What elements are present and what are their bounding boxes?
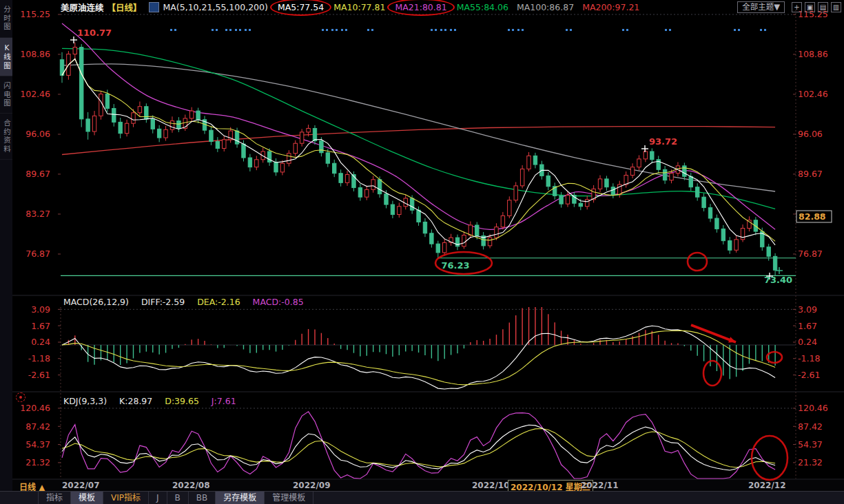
chart-header: 美原油连续 【日线】 MA(5,10,21,55,100,200) MA5:77…	[12, 0, 844, 14]
date-axis-row: 日线 ▲ 2022/072022/082022/092022/102022/10…	[0, 480, 844, 491]
ma21-value: MA21:80.81	[393, 2, 448, 12]
toolbar-vip-indicator-button[interactable]: VIP指标	[103, 492, 149, 504]
trading-app-window: 115.25115.25108.86108.86102.46102.4696.0…	[0, 0, 844, 504]
toolbar-template-button[interactable]: 模板	[71, 492, 103, 504]
toolbar-manage-template-button[interactable]: 管理模板	[265, 492, 313, 504]
instrument-title: 美原油连续	[61, 1, 104, 14]
svg-text:89.67: 89.67	[25, 169, 50, 179]
chart-svg[interactable]: 115.25115.25108.86108.86102.46102.4696.0…	[12, 0, 844, 480]
macd-header: MACD(26,12,9) DIFF:-2.59 DEA:-2.16 MACD:…	[63, 297, 313, 307]
svg-text:54.37: 54.37	[798, 439, 823, 450]
kdj-header: KDJ(9,3,3) K:28.97 D:39.65 J:7.61	[63, 396, 246, 406]
bottom-toolbar: 指标 模板 VIP指标 J B BB 另存模板 管理模板	[0, 491, 844, 504]
svg-text:89.67: 89.67	[798, 169, 823, 179]
pane-layout-icon-2[interactable]: ▤	[818, 2, 828, 12]
svg-text:93.72: 93.72	[649, 136, 677, 147]
ma55-value: MA55:84.06	[457, 2, 508, 12]
sidebar-item-time-chart[interactable]: 分时图	[0, 0, 12, 38]
toolbar-b-button[interactable]: B	[167, 492, 189, 504]
svg-text:54.37: 54.37	[25, 439, 50, 450]
svg-text:96.06: 96.06	[798, 129, 823, 139]
svg-text:110.77: 110.77	[77, 28, 112, 38]
kdj-d-value: D:39.65	[165, 396, 199, 406]
ma200-value: MA200:97.21	[582, 2, 639, 12]
svg-text:76.87: 76.87	[25, 249, 50, 259]
svg-text:-2.61: -2.61	[28, 370, 50, 380]
svg-text:82.88: 82.88	[799, 211, 826, 222]
pane-layout-icon-3[interactable]: ▥	[831, 2, 841, 12]
svg-text:-1.18: -1.18	[28, 353, 50, 364]
date-label: 2022/07	[62, 481, 99, 490]
svg-text:73.40: 73.40	[764, 275, 792, 285]
svg-text:102.46: 102.46	[20, 89, 50, 99]
kdj-k-value: K:28.97	[119, 396, 152, 406]
svg-text:3.09: 3.09	[31, 304, 50, 315]
svg-text:1.67: 1.67	[798, 321, 817, 331]
date-label: 2022/12	[748, 481, 785, 490]
svg-text:83.27: 83.27	[25, 209, 50, 219]
toolbar-j-button[interactable]: J	[149, 492, 167, 504]
toolbar-spacer	[0, 492, 39, 504]
macd-formula-label: MACD(26,12,9)	[63, 297, 129, 307]
svg-text:-2.61: -2.61	[798, 370, 820, 380]
svg-text:21.32: 21.32	[25, 457, 50, 468]
sidebar-item-contract-info[interactable]: 合约资料	[0, 114, 12, 160]
svg-text:102.46: 102.46	[798, 89, 828, 99]
svg-text:87.42: 87.42	[25, 421, 50, 432]
svg-text:0.24: 0.24	[31, 337, 50, 347]
date-label: 2022/10	[472, 481, 509, 490]
svg-text:-1.18: -1.18	[798, 353, 820, 364]
pane-layout-icon-1[interactable]: ▣	[805, 2, 815, 12]
svg-text:96.06: 96.06	[25, 129, 50, 139]
kdj-j-value: J:7.61	[212, 396, 236, 406]
macd-bar-value: MACD:-0.85	[253, 297, 304, 307]
period-tag: 【日线】	[107, 1, 142, 14]
toolbar-save-template-button[interactable]: 另存模板	[216, 492, 265, 504]
annotation-marker-icon	[16, 392, 25, 402]
macd-dea-value: DEA:-2.16	[197, 297, 240, 307]
svg-text:1.67: 1.67	[31, 321, 50, 331]
kdj-formula-label: KDJ(9,3,3)	[63, 396, 107, 406]
toolbar-indicator-button[interactable]: 指标	[39, 492, 71, 504]
svg-text:87.42: 87.42	[798, 421, 823, 432]
svg-text:3.09: 3.09	[798, 304, 817, 315]
macd-diff-value: DIFF:-2.59	[141, 297, 185, 307]
ma10-value: MA10:77.81	[333, 2, 385, 12]
toolbar-bb-button[interactable]: BB	[189, 492, 216, 504]
date-label: 2022/09	[293, 481, 330, 490]
ma5-value: MA5:77.54	[276, 2, 325, 12]
svg-text:108.86: 108.86	[798, 49, 828, 59]
svg-text:0.24: 0.24	[798, 337, 817, 347]
indicator-settings-icon[interactable]	[149, 2, 159, 12]
ma-formula-label: MA(5,10,21,55,100,200)	[163, 2, 268, 12]
sidebar-item-lightning-chart[interactable]: 闪电图	[0, 76, 12, 114]
date-label: 2022/11	[581, 481, 618, 490]
svg-text:21.32: 21.32	[798, 457, 823, 468]
crosshair-icon[interactable]: +	[792, 2, 802, 12]
left-sidebar: 分时图 K线图 闪电图 合约资料	[0, 0, 12, 491]
svg-text:120.46: 120.46	[798, 403, 828, 413]
sidebar-item-kline-chart[interactable]: K线图	[0, 38, 12, 76]
svg-text:76.23: 76.23	[441, 260, 469, 271]
date-label: 2022/08	[172, 481, 209, 490]
svg-text:120.46: 120.46	[20, 403, 50, 413]
theme-select-button[interactable]: 全部主题▼	[737, 1, 785, 13]
ma100-value: MA100:86.87	[517, 2, 574, 12]
svg-text:108.86: 108.86	[20, 49, 50, 59]
svg-text:76.87: 76.87	[798, 249, 823, 259]
